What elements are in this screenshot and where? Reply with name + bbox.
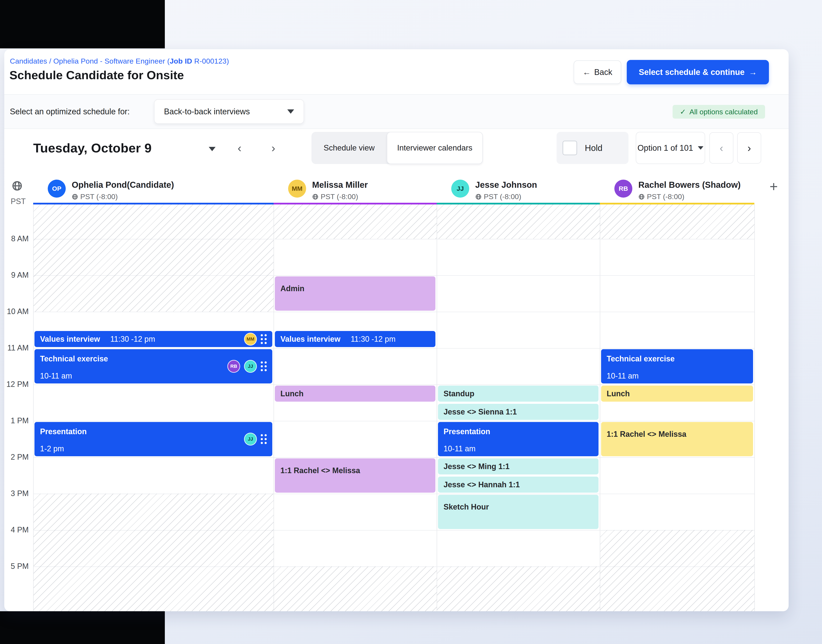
event-presentation[interactable]: Presentation10-11 am bbox=[438, 422, 599, 456]
column-underline bbox=[437, 203, 600, 204]
time-label: 4 PM bbox=[5, 525, 29, 534]
event-title: Lunch bbox=[280, 389, 303, 398]
event-jesse-hannah-1-1[interactable]: Jesse <> Hannah 1:1 bbox=[438, 477, 599, 493]
option-next-button[interactable]: › bbox=[737, 132, 761, 164]
timezone-text: PST (-8:00) bbox=[484, 192, 521, 201]
event-values-interview[interactable]: Values interview11:30 -12 pmMM bbox=[34, 331, 272, 347]
date-label[interactable]: Tuesday, October 9 bbox=[33, 129, 152, 167]
time-label: 8 AM bbox=[5, 234, 29, 243]
drag-handle-icon[interactable] bbox=[261, 434, 267, 444]
drag-handle-icon[interactable] bbox=[261, 334, 267, 344]
breadcrumb-suffix: R-000123) bbox=[192, 57, 229, 65]
hour-gridline bbox=[33, 348, 755, 348]
time-label: 3 PM bbox=[5, 489, 29, 498]
time-label: 11 AM bbox=[5, 343, 29, 353]
event-title: Technical exercise bbox=[607, 354, 675, 363]
event-time: 10-11 am bbox=[607, 371, 638, 380]
unavailable-hatch bbox=[600, 530, 755, 611]
event-presentation[interactable]: Presentation1-2 pmJJ bbox=[34, 422, 272, 456]
event-title: Jesse <> Hannah 1:1 bbox=[444, 480, 520, 489]
event-time: 10-11 am bbox=[444, 444, 475, 453]
event-values-interview[interactable]: Values interview11:30 -12 pm bbox=[275, 331, 435, 347]
column-name: Jesse Johnson bbox=[475, 180, 537, 190]
option-selector[interactable]: Option 1 of 101 bbox=[636, 132, 705, 164]
event-time: 10-11 am bbox=[40, 371, 72, 380]
tab-schedule-view[interactable]: Schedule view bbox=[311, 132, 387, 164]
schedule-type-dropdown[interactable]: Back-to-back interviews bbox=[154, 99, 304, 124]
event-sketch-hour[interactable]: Sketch Hour bbox=[438, 495, 599, 529]
globe-icon bbox=[72, 193, 78, 200]
tab-interviewer-calendars[interactable]: Interviewer calendars bbox=[387, 132, 483, 164]
globe-icon bbox=[312, 193, 318, 200]
event-lunch[interactable]: Lunch bbox=[275, 386, 435, 402]
timezone-text: PST (-8:00) bbox=[80, 192, 118, 201]
gutter-timezone-label: PST bbox=[11, 197, 26, 206]
schedule-type-value: Back-to-back interviews bbox=[164, 107, 250, 116]
unavailable-hatch bbox=[600, 204, 755, 239]
event-technical-exercise[interactable]: Technical exercise10-11 amRBJJ bbox=[34, 349, 272, 383]
hold-checkbox[interactable] bbox=[563, 141, 577, 155]
back-arrow-icon: ← bbox=[583, 67, 591, 77]
event-title: Standup bbox=[444, 389, 475, 398]
breadcrumb-text[interactable]: Candidates / Ophelia Pond - Software Eng… bbox=[10, 57, 170, 65]
badge-text: All options calculated bbox=[689, 108, 758, 116]
event-jesse-sienna-1-1[interactable]: Jesse <> Sienna 1:1 bbox=[438, 404, 599, 420]
avatar-jesse: JJ bbox=[244, 360, 257, 373]
timezone-text: PST (-8:00) bbox=[321, 192, 358, 201]
date-prev-button[interactable]: ‹ bbox=[237, 129, 242, 167]
time-label: 5 PM bbox=[5, 562, 29, 571]
column-underline bbox=[33, 203, 274, 204]
event-lunch[interactable]: Lunch bbox=[601, 386, 753, 402]
unavailable-hatch bbox=[274, 566, 437, 611]
event-title: Presentation bbox=[40, 427, 87, 436]
event-title: Jesse <> Ming 1:1 bbox=[444, 462, 510, 471]
unavailable-hatch bbox=[437, 566, 600, 611]
top-left-black-bar bbox=[0, 0, 165, 48]
event-title: Values interview bbox=[280, 335, 340, 343]
column-timezone: PST (-8:00) bbox=[72, 192, 118, 201]
hold-label: Hold bbox=[585, 143, 602, 153]
schedule-app-card: Candidates / Ophelia Pond - Software Eng… bbox=[4, 49, 788, 611]
date-chevron-down-icon[interactable] bbox=[209, 147, 216, 151]
globe-icon bbox=[638, 193, 645, 200]
event-technical-exercise[interactable]: Technical exercise10-11 am bbox=[601, 349, 753, 383]
filter-bar: Select an optimized schedule for: Back-t… bbox=[4, 95, 788, 129]
date-next-button[interactable]: › bbox=[271, 129, 275, 167]
timezone-text: PST (-8:00) bbox=[647, 192, 684, 201]
breadcrumb[interactable]: Candidates / Ophelia Pond - Software Eng… bbox=[10, 57, 229, 65]
select-schedule-continue-button[interactable]: Select schedule & continue → bbox=[627, 60, 769, 84]
event-1-1-rachel-melissa[interactable]: 1:1 Rachel <> Melissa bbox=[601, 422, 753, 456]
bottom-left-black-bar bbox=[0, 611, 165, 644]
hold-group: Hold bbox=[557, 132, 629, 164]
column-border bbox=[274, 204, 274, 611]
back-button-label: Back bbox=[594, 67, 612, 77]
event-time: 11:30 -12 pm bbox=[110, 335, 155, 343]
avatar-jesse: JJ bbox=[244, 433, 257, 446]
hour-gridline bbox=[33, 385, 755, 385]
chevron-down-icon bbox=[698, 146, 703, 150]
event-1-1-rachel-melissa[interactable]: 1:1 Rachel <> Melissa bbox=[275, 458, 435, 493]
check-icon: ✓ bbox=[680, 107, 686, 116]
calendar-toolbar: Tuesday, October 9 ‹ › Schedule view Int… bbox=[4, 129, 788, 167]
avatar-melissa: MM bbox=[244, 333, 257, 345]
event-jesse-ming-1-1[interactable]: Jesse <> Ming 1:1 bbox=[438, 458, 599, 474]
back-button[interactable]: ← Back bbox=[574, 60, 621, 84]
event-title: Lunch bbox=[607, 389, 630, 398]
event-time: 1-2 pm bbox=[40, 444, 64, 453]
time-label: 10 AM bbox=[5, 307, 29, 316]
column-timezone: PST (-8:00) bbox=[475, 192, 521, 201]
column-border bbox=[755, 204, 755, 611]
column-name: Ophelia Pond(Candidate) bbox=[72, 180, 174, 190]
event-admin[interactable]: Admin bbox=[275, 276, 435, 311]
event-standup[interactable]: Standup bbox=[438, 386, 599, 402]
column-underline bbox=[274, 203, 437, 204]
add-column-button[interactable]: + bbox=[770, 179, 778, 193]
event-title: 1:1 Rachel <> Melissa bbox=[607, 430, 686, 439]
optimized-schedule-label: Select an optimized schedule for: bbox=[10, 95, 130, 129]
time-label: 2 PM bbox=[5, 452, 29, 462]
option-prev-button[interactable]: ‹ bbox=[709, 132, 733, 164]
hour-gridline bbox=[33, 312, 755, 312]
time-label: 9 AM bbox=[5, 271, 29, 280]
page-title: Schedule Candidate for Onsite bbox=[9, 68, 184, 82]
drag-handle-icon[interactable] bbox=[261, 361, 267, 371]
